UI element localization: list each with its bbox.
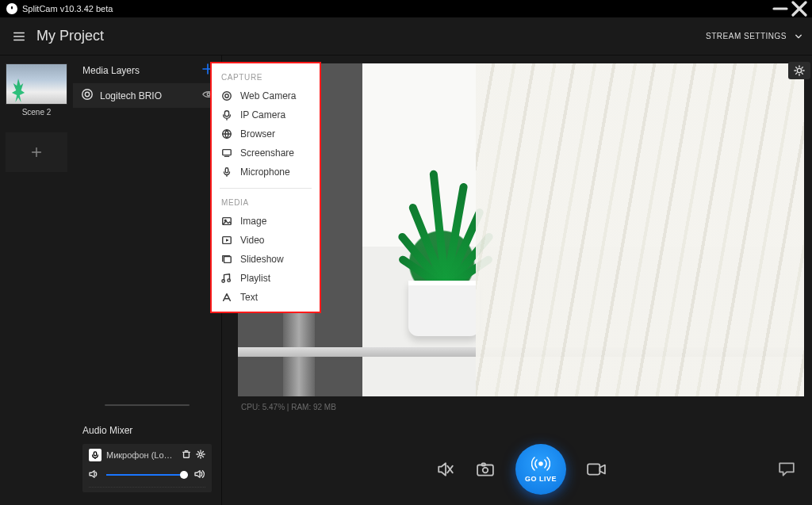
svg-rect-36 bbox=[225, 168, 228, 173]
menu-item-browser[interactable]: Browser bbox=[212, 124, 320, 143]
menu-item-image[interactable]: Image bbox=[212, 212, 320, 231]
menu-group-label: CAPTURE bbox=[212, 70, 320, 86]
svg-point-30 bbox=[223, 92, 232, 101]
chevron-down-icon bbox=[795, 33, 802, 40]
svg-point-20 bbox=[797, 68, 801, 72]
svg-point-25 bbox=[483, 468, 488, 473]
app-icon bbox=[6, 3, 17, 14]
svg-point-11 bbox=[85, 92, 89, 96]
audio-channel: Микрофон (Logitech... bbox=[82, 444, 212, 492]
project-title: My Project bbox=[36, 28, 104, 44]
menu-button[interactable] bbox=[6, 24, 32, 49]
status-text: CPU: 5.47% | RAM: 92 MB bbox=[238, 396, 804, 411]
delete-channel-button[interactable] bbox=[182, 450, 191, 461]
mute-audio-button[interactable] bbox=[436, 460, 455, 479]
layers-panel: Media Layers Logitech BRIO Audio Mixer bbox=[73, 55, 222, 505]
menu-item-label: Slideshow bbox=[240, 254, 284, 265]
menu-item-label: Microphone bbox=[240, 166, 290, 178]
menu-item-label: Screenshare bbox=[240, 147, 294, 159]
add-source-menu: CAPTURE Web Camera IP Camera Browser Scr… bbox=[210, 62, 321, 313]
svg-point-42 bbox=[222, 280, 225, 283]
menu-item-label: Text bbox=[240, 292, 258, 303]
layers-scrollbar[interactable] bbox=[73, 369, 221, 417]
scene-thumbnail[interactable] bbox=[6, 63, 67, 105]
menu-item-label: Playlist bbox=[240, 273, 270, 284]
brightness-button[interactable] bbox=[788, 62, 810, 79]
menu-item-screenshare[interactable]: Screenshare bbox=[212, 143, 320, 163]
channel-settings-button[interactable] bbox=[196, 450, 205, 461]
menu-item-text[interactable]: Text bbox=[212, 288, 320, 307]
project-bar: My Project STREAM SETTINGS bbox=[0, 17, 812, 55]
go-live-button[interactable]: GO LIVE bbox=[515, 444, 566, 495]
record-button[interactable] bbox=[587, 460, 606, 479]
camera-icon bbox=[81, 88, 94, 103]
go-live-label: GO LIVE bbox=[525, 475, 557, 483]
chat-button[interactable] bbox=[777, 460, 796, 479]
audio-mixer-header: Audio Mixer bbox=[82, 425, 212, 436]
window-close-button[interactable] bbox=[790, 0, 809, 17]
window-title: SplitCam v10.3.42 beta bbox=[22, 4, 113, 13]
svg-point-10 bbox=[82, 90, 92, 99]
menu-item-slideshow[interactable]: Slideshow bbox=[212, 250, 320, 269]
stream-settings-button[interactable]: STREAM SETTINGS bbox=[706, 32, 802, 40]
svg-rect-34 bbox=[223, 150, 232, 155]
preview-viewport[interactable] bbox=[238, 63, 804, 396]
volume-slider[interactable] bbox=[106, 469, 188, 480]
menu-item-label: Browser bbox=[240, 128, 275, 140]
menu-item-label: Image bbox=[240, 216, 266, 227]
svg-marker-18 bbox=[90, 471, 94, 478]
svg-point-43 bbox=[228, 279, 231, 282]
menu-item-label: IP Camera bbox=[240, 109, 285, 121]
svg-point-31 bbox=[225, 94, 228, 98]
layer-row[interactable]: Logitech BRIO bbox=[73, 83, 221, 108]
svg-marker-19 bbox=[195, 471, 200, 478]
svg-rect-13 bbox=[94, 452, 96, 456]
titlebar: SplitCam v10.3.42 beta bbox=[0, 0, 812, 17]
broadcast-icon bbox=[531, 456, 550, 473]
menu-item-label: Web Camera bbox=[240, 90, 296, 101]
menu-item-label: Video bbox=[240, 235, 264, 246]
menu-item-video[interactable]: Video bbox=[212, 231, 320, 250]
svg-rect-24 bbox=[477, 465, 493, 476]
scenes-panel: Scene 2 bbox=[0, 55, 73, 505]
svg-rect-41 bbox=[224, 257, 232, 263]
menu-item-ip-camera[interactable]: IP Camera bbox=[212, 105, 320, 124]
menu-group-label: MEDIA bbox=[212, 195, 320, 212]
svg-rect-28 bbox=[588, 464, 599, 474]
window-minimize-button[interactable] bbox=[771, 0, 790, 17]
svg-rect-14 bbox=[184, 452, 190, 457]
snapshot-button[interactable] bbox=[476, 460, 495, 479]
add-scene-button[interactable] bbox=[6, 132, 67, 172]
bottom-toolbar: GO LIVE bbox=[238, 434, 804, 505]
layer-name: Logitech BRIO bbox=[100, 90, 196, 101]
menu-item-playlist[interactable]: Playlist bbox=[212, 269, 320, 288]
monitor-button[interactable] bbox=[194, 468, 205, 482]
svg-point-17 bbox=[199, 453, 201, 455]
stream-settings-label: STREAM SETTINGS bbox=[706, 32, 787, 40]
svg-marker-21 bbox=[439, 463, 446, 475]
svg-marker-40 bbox=[226, 239, 229, 242]
svg-rect-32 bbox=[224, 111, 228, 117]
menu-item-microphone[interactable]: Microphone bbox=[212, 163, 320, 182]
menu-item-web-camera[interactable]: Web Camera bbox=[212, 86, 320, 105]
audio-channel-name: Микрофон (Logitech... bbox=[106, 450, 177, 460]
audio-mixer-panel: Audio Mixer Микрофон (Logitech... bbox=[73, 417, 221, 505]
scene-label: Scene 2 bbox=[22, 108, 52, 117]
mute-button[interactable] bbox=[89, 468, 100, 482]
microphone-icon bbox=[89, 449, 102, 461]
layers-header: Media Layers bbox=[82, 65, 140, 76]
svg-point-27 bbox=[539, 462, 542, 465]
svg-marker-29 bbox=[599, 465, 605, 474]
